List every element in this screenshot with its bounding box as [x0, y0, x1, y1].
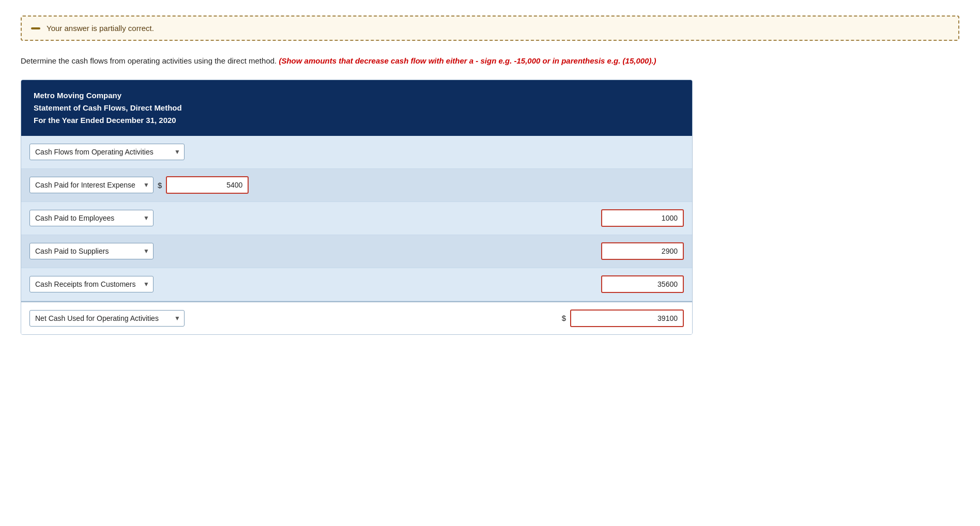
- line-select-wrapper-1: Cash Paid for Interest Expense Cash Paid…: [29, 177, 154, 193]
- total-row: Net Cash Used for Operating Activities N…: [21, 301, 692, 334]
- total-select-wrapper: Net Cash Used for Operating Activities N…: [29, 310, 185, 327]
- line-select-3[interactable]: Cash Paid for Interest Expense Cash Paid…: [29, 243, 154, 259]
- total-dollar-sign: $: [558, 314, 570, 322]
- company-name: Metro Moving Company: [34, 89, 680, 102]
- line-row-2: Cash Paid for Interest Expense Cash Paid…: [21, 202, 692, 235]
- instructions-red: (Show amounts that decrease cash flow wi…: [279, 56, 656, 65]
- line-select-4[interactable]: Cash Paid for Interest Expense Cash Paid…: [29, 276, 154, 292]
- instructions-static: Determine the cash flows from operating …: [21, 56, 277, 65]
- header-select-wrapper: Cash Flows from Operating Activities Cas…: [29, 144, 185, 160]
- line-select-1[interactable]: Cash Paid for Interest Expense Cash Paid…: [29, 177, 154, 193]
- amount-input-4[interactable]: [601, 275, 684, 293]
- line-row-3: Cash Paid for Interest Expense Cash Paid…: [21, 235, 692, 268]
- alert-text: Your answer is partially correct.: [47, 24, 154, 33]
- total-right: $: [558, 310, 684, 327]
- line-row-1: Cash Paid for Interest Expense Cash Paid…: [21, 169, 692, 202]
- line-select-wrapper-2: Cash Paid for Interest Expense Cash Paid…: [29, 210, 154, 226]
- minus-icon: [31, 27, 40, 29]
- amount-input-3[interactable]: [601, 242, 684, 260]
- amount-input-1[interactable]: [166, 176, 249, 194]
- header-select[interactable]: Cash Flows from Operating Activities Cas…: [29, 144, 185, 160]
- statement-title: Statement of Cash Flows, Direct Method: [34, 102, 680, 114]
- table-body: Cash Flows from Operating Activities Cas…: [21, 136, 692, 334]
- header-row: Cash Flows from Operating Activities Cas…: [21, 136, 692, 169]
- amount-input-2[interactable]: [601, 209, 684, 227]
- dollar-sign-1: $: [154, 181, 166, 190]
- total-amount-input[interactable]: [570, 310, 684, 327]
- line-select-wrapper-4: Cash Paid for Interest Expense Cash Paid…: [29, 276, 154, 292]
- statement-header: Metro Moving Company Statement of Cash F…: [21, 80, 692, 136]
- line-select-2[interactable]: Cash Paid for Interest Expense Cash Paid…: [29, 210, 154, 226]
- alert-box: Your answer is partially correct.: [21, 16, 959, 41]
- statement-container: Metro Moving Company Statement of Cash F…: [21, 80, 693, 335]
- instructions: Determine the cash flows from operating …: [21, 55, 959, 67]
- line-row-4: Cash Paid for Interest Expense Cash Paid…: [21, 268, 692, 301]
- statement-period: For the Year Ended December 31, 2020: [34, 114, 680, 127]
- line-select-wrapper-3: Cash Paid for Interest Expense Cash Paid…: [29, 243, 154, 259]
- total-select[interactable]: Net Cash Used for Operating Activities N…: [29, 310, 185, 327]
